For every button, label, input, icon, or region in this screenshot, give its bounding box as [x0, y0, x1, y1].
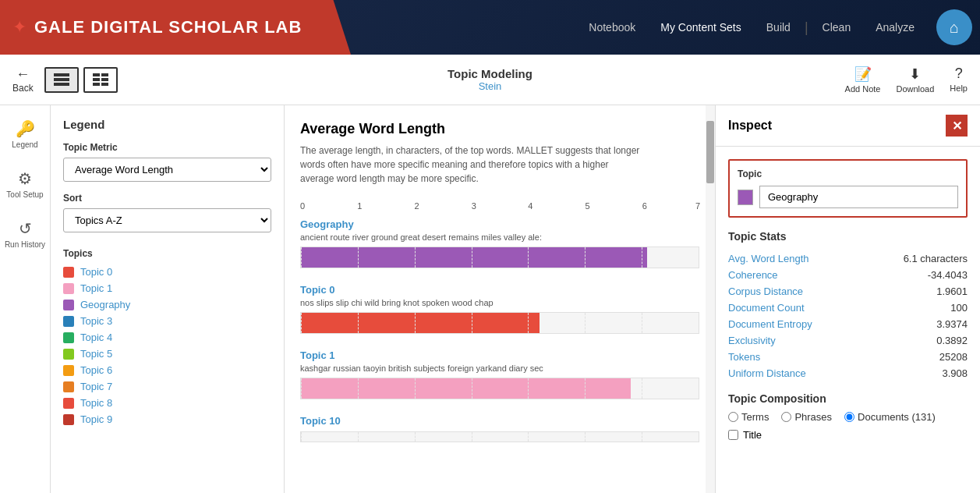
back-button[interactable]: ← Back — [12, 66, 34, 94]
scrollbar[interactable] — [706, 105, 715, 493]
add-note-label: Add Note — [845, 84, 881, 94]
topic-metric-dropdown[interactable]: Average Word Length — [63, 158, 271, 182]
tool-setup-sidebar-item[interactable]: ⚙ Tool Setup — [3, 163, 46, 205]
topic-item-4[interactable]: Topic 4 — [63, 329, 271, 346]
topic-0-color — [63, 267, 74, 278]
bar-topic-0-label: Topic 0 — [300, 284, 699, 296]
add-note-button[interactable]: 📝 Add Note — [845, 66, 881, 94]
geography-label: Geography — [80, 299, 130, 310]
view-single-column[interactable] — [44, 67, 79, 93]
chart-description: The average length, in characters, of th… — [300, 144, 643, 186]
stat-key-doc-count: Document Count — [728, 302, 805, 314]
nav-build[interactable]: Build — [755, 15, 801, 40]
inspect-title: Inspect — [728, 119, 772, 133]
stat-val-doc-count: 100 — [950, 302, 968, 314]
axis-3: 3 — [472, 201, 476, 211]
topic-input-row — [738, 186, 958, 208]
bar-topic-1-label: Topic 1 — [300, 349, 699, 361]
topic-6-color — [63, 365, 74, 376]
svg-rect-7 — [93, 83, 100, 86]
bar-topic-0-words: nos slips slip chi wild bring knot spoke… — [300, 298, 699, 307]
axis-5: 5 — [586, 201, 590, 211]
gale-logo-icon: ✦ — [12, 17, 27, 37]
page-title: Topic Modeling — [448, 67, 532, 80]
axis-7: 7 — [695, 201, 700, 211]
stat-exclusivity: Exclusivity 0.3892 — [728, 332, 968, 349]
stat-key-corpus: Corpus Distance — [728, 286, 803, 297]
svg-rect-3 — [93, 73, 100, 76]
bar-topic-1[interactable]: Topic 1 kashgar russian taoyin british s… — [300, 349, 699, 399]
nav-notebook[interactable]: Notebook — [578, 15, 646, 40]
page-subtitle: Stein — [448, 80, 532, 92]
view-two-column[interactable] — [83, 67, 118, 93]
stat-key-entropy: Document Entropy — [728, 318, 812, 330]
topic-item-7[interactable]: Topic 7 — [63, 378, 271, 395]
download-icon: ⬇ — [909, 66, 921, 83]
topic-item-3[interactable]: Topic 3 — [63, 313, 271, 329]
topic-item-5[interactable]: Topic 5 — [63, 346, 271, 362]
logo-text: GALE DIGITAL SCHOLAR LAB — [34, 17, 302, 37]
topic-8-label: Topic 8 — [80, 397, 112, 409]
stat-coherence: Coherence -34.4043 — [728, 267, 968, 283]
svg-rect-5 — [93, 78, 100, 81]
axis-0: 0 — [300, 201, 305, 211]
radio-terms-input[interactable] — [728, 412, 738, 422]
topic-8-color — [63, 398, 74, 409]
bar-topic-0[interactable]: Topic 0 nos slips slip chi wild bring kn… — [300, 284, 699, 334]
home-icon: ⌂ — [950, 19, 959, 37]
topic-7-label: Topic 7 — [80, 381, 112, 392]
axis-6: 6 — [642, 201, 647, 211]
topic-3-label: Topic 3 — [80, 315, 112, 327]
topic-item-9[interactable]: Topic 9 — [63, 411, 271, 427]
chart-title: Average Word Length — [300, 121, 699, 137]
topic-item-geography[interactable]: Geography — [63, 296, 271, 313]
bar-topic-10[interactable]: Topic 10 — [300, 415, 699, 442]
topic-4-label: Topic 4 — [80, 332, 112, 343]
legend-sidebar-item[interactable]: 🔑 Legend — [9, 113, 41, 155]
radio-phrases[interactable]: Phrases — [781, 411, 832, 423]
stat-tokens: Tokens 25208 — [728, 349, 968, 365]
nav-clean[interactable]: Clean — [812, 15, 862, 40]
topic-item-6[interactable]: Topic 6 — [63, 362, 271, 378]
bar-topic-1-bar — [300, 378, 699, 399]
topic-3-color — [63, 316, 74, 327]
help-icon: ? — [955, 66, 963, 82]
sort-label: Sort — [63, 193, 271, 204]
run-history-sidebar-item[interactable]: ↺ Run History — [2, 213, 48, 255]
help-button[interactable]: ? Help — [950, 66, 968, 94]
radio-documents[interactable]: Documents (131) — [844, 411, 936, 423]
home-button[interactable]: ⌂ — [936, 9, 972, 45]
stat-val-corpus: 1.9601 — [936, 286, 968, 297]
radio-documents-input[interactable] — [844, 412, 854, 422]
title-checkbox-row[interactable]: Title — [728, 429, 968, 441]
scroll-thumb[interactable] — [706, 121, 714, 183]
help-label: Help — [950, 83, 968, 93]
title-checkbox[interactable] — [728, 430, 738, 440]
topic-item-1[interactable]: Topic 1 — [63, 280, 271, 296]
bar-topic-0-bar — [300, 312, 699, 334]
stat-val-avg: 6.1 characters — [904, 253, 968, 264]
stat-key-avg: Avg. Word Length — [728, 253, 809, 264]
topic-name-input[interactable] — [759, 186, 958, 208]
stat-avg-word-length: Avg. Word Length 6.1 characters — [728, 250, 968, 267]
radio-phrases-input[interactable] — [781, 412, 791, 422]
download-button[interactable]: ⬇ Download — [896, 66, 934, 94]
bar-topic-10-bar — [300, 431, 699, 442]
legend-title: Legend — [63, 118, 271, 131]
stat-key-uniform: Uniform Distance — [728, 367, 806, 379]
nav-content-sets[interactable]: My Content Sets — [649, 15, 752, 40]
stat-corpus-distance: Corpus Distance 1.9601 — [728, 283, 968, 300]
topic-item-8[interactable]: Topic 8 — [63, 395, 271, 411]
radio-terms[interactable]: Terms — [728, 411, 769, 423]
inspect-close-button[interactable]: ✕ — [946, 115, 968, 137]
axis-scale: 0 1 2 3 4 5 6 7 — [300, 201, 699, 215]
grid-overlay-10 — [301, 432, 699, 442]
topic-6-label: Topic 6 — [80, 364, 112, 376]
stat-val-uniform: 3.908 — [942, 367, 968, 379]
topic-item-0[interactable]: Topic 0 — [63, 264, 271, 280]
stat-key-tokens: Tokens — [728, 351, 760, 363]
sort-dropdown[interactable]: Topics A-Z — [63, 208, 271, 232]
topic-4-color — [63, 332, 74, 343]
nav-analyze[interactable]: Analyze — [865, 15, 925, 40]
bar-geography[interactable]: Geography ancient route river ground gre… — [300, 218, 699, 268]
